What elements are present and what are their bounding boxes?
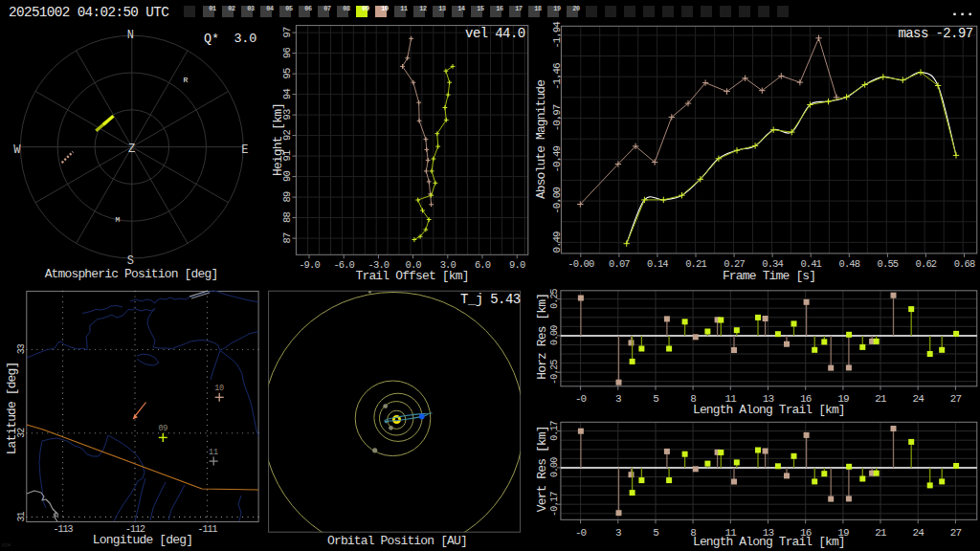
- svg-text:-0: -0: [575, 393, 587, 405]
- svg-text:89: 89: [281, 191, 293, 202]
- svg-text:Length Along Trail [km]: Length Along Trail [km]: [693, 403, 845, 417]
- svg-text:11: 11: [209, 448, 218, 457]
- svg-text:09: 09: [158, 424, 167, 433]
- svg-text:pjw: pjw: [2, 542, 11, 548]
- svg-text:0.34: 0.34: [762, 258, 783, 270]
- svg-text:-111: -111: [197, 524, 217, 535]
- svg-text:10: 10: [381, 5, 389, 12]
- svg-text:-1.46: -1.46: [551, 63, 563, 90]
- svg-text:0.25: 0.25: [549, 289, 560, 309]
- svg-text:-0.25: -0.25: [549, 360, 560, 385]
- svg-text:16: 16: [496, 5, 503, 12]
- svg-text:13: 13: [438, 5, 446, 12]
- svg-text:9.0: 9.0: [509, 259, 525, 271]
- svg-text:24: 24: [912, 393, 924, 405]
- svg-text:R: R: [184, 76, 189, 84]
- svg-text:-0.49: -0.49: [551, 146, 563, 173]
- svg-text:N: N: [127, 29, 134, 42]
- svg-text:-1.94: -1.94: [551, 21, 563, 49]
- svg-text:27: 27: [950, 527, 962, 539]
- svg-text:0.17: 0.17: [549, 421, 560, 441]
- svg-text:27: 27: [950, 393, 962, 405]
- svg-text:01: 01: [209, 5, 216, 12]
- svg-text:94: 94: [281, 89, 293, 99]
- svg-text:04: 04: [266, 5, 274, 12]
- svg-text:Vert Res [km]: Vert Res [km]: [535, 426, 549, 512]
- svg-text:-0.97: -0.97: [551, 104, 563, 131]
- svg-text:Longitude [deg]: Longitude [deg]: [93, 533, 192, 547]
- svg-text:87: 87: [281, 232, 293, 243]
- svg-text:97: 97: [281, 27, 293, 37]
- svg-text:0.62: 0.62: [916, 258, 937, 270]
- svg-text:05: 05: [285, 5, 293, 12]
- svg-text:-0: -0: [575, 527, 587, 539]
- svg-text:Atmospheric Position [deg]: Atmospheric Position [deg]: [45, 267, 218, 281]
- svg-text:03: 03: [247, 5, 255, 12]
- svg-text:5: 5: [653, 393, 658, 405]
- svg-text:0.21: 0.21: [685, 258, 706, 270]
- svg-text:0.68: 0.68: [954, 258, 975, 270]
- svg-text:10: 10: [214, 384, 224, 393]
- svg-text:88: 88: [281, 212, 293, 223]
- svg-text:Orbital Position [AU]: Orbital Position [AU]: [327, 534, 467, 548]
- svg-text:5: 5: [653, 527, 658, 539]
- svg-text:-6.0: -6.0: [333, 259, 354, 271]
- svg-text:21: 21: [875, 527, 887, 539]
- svg-text:-113: -113: [54, 524, 74, 535]
- svg-text:12: 12: [419, 5, 427, 12]
- svg-text:08: 08: [343, 5, 350, 12]
- svg-text:S: S: [127, 254, 134, 268]
- svg-text:E: E: [241, 143, 248, 157]
- svg-text:-0.00: -0.00: [568, 258, 594, 270]
- svg-text:20: 20: [572, 5, 580, 12]
- svg-text:Horz Res [km]: Horz Res [km]: [535, 294, 549, 380]
- svg-text:0.14: 0.14: [647, 258, 668, 270]
- svg-text:15: 15: [477, 5, 484, 12]
- svg-text:11: 11: [400, 5, 408, 12]
- svg-text:95: 95: [281, 68, 293, 78]
- svg-text:T_j 5.43: T_j 5.43: [460, 292, 521, 307]
- svg-text:0.07: 0.07: [609, 258, 630, 270]
- svg-text:24: 24: [912, 527, 924, 539]
- svg-text:96: 96: [281, 48, 293, 58]
- svg-text:0.00: 0.00: [549, 457, 560, 477]
- svg-text:vel 44.0: vel 44.0: [465, 26, 525, 41]
- svg-text:21: 21: [875, 393, 887, 405]
- svg-text:Height [km]: Height [km]: [271, 103, 285, 176]
- svg-text:14: 14: [457, 5, 465, 12]
- svg-text:Frame Time [s]: Frame Time [s]: [723, 269, 815, 283]
- svg-text:33: 33: [16, 343, 27, 354]
- svg-text:19: 19: [553, 5, 561, 12]
- svg-text:0.27: 0.27: [724, 258, 745, 270]
- svg-text:06: 06: [304, 5, 312, 12]
- svg-text:Latitude [deg]: Latitude [deg]: [5, 363, 19, 455]
- svg-text:0.00: 0.00: [549, 325, 560, 345]
- svg-text:W: W: [13, 143, 21, 157]
- svg-text:6.0: 6.0: [475, 259, 491, 271]
- svg-text:31: 31: [16, 511, 27, 521]
- svg-text:02: 02: [228, 5, 235, 12]
- svg-text:Absolute Magnitude: Absolute Magnitude: [534, 80, 548, 199]
- svg-text:20251002 04:02:50 UTC: 20251002 04:02:50 UTC: [9, 5, 168, 20]
- svg-text:0.41: 0.41: [800, 258, 821, 270]
- svg-text:Z: Z: [128, 143, 135, 156]
- svg-text:Q* 3.0: Q* 3.0: [204, 32, 256, 46]
- svg-text:3: 3: [615, 527, 621, 539]
- svg-text:18: 18: [534, 5, 542, 12]
- svg-text:07: 07: [323, 5, 331, 12]
- svg-text:mass -2.97: mass -2.97: [898, 26, 972, 41]
- svg-text:-0.00: -0.00: [551, 187, 563, 214]
- svg-text:Length Along Trail [km]: Length Along Trail [km]: [693, 535, 845, 549]
- svg-text:3: 3: [615, 393, 621, 405]
- svg-text:-0.17: -0.17: [549, 492, 560, 517]
- svg-text:0.49: 0.49: [551, 231, 563, 253]
- svg-text:M: M: [116, 215, 121, 224]
- svg-text:0.48: 0.48: [838, 258, 859, 270]
- svg-text:0.55: 0.55: [878, 258, 899, 270]
- svg-text:09: 09: [362, 5, 369, 12]
- svg-text:-9.0: -9.0: [299, 259, 320, 271]
- svg-text:17: 17: [515, 5, 523, 12]
- svg-text:Trail Offset [km]: Trail Offset [km]: [356, 269, 469, 283]
